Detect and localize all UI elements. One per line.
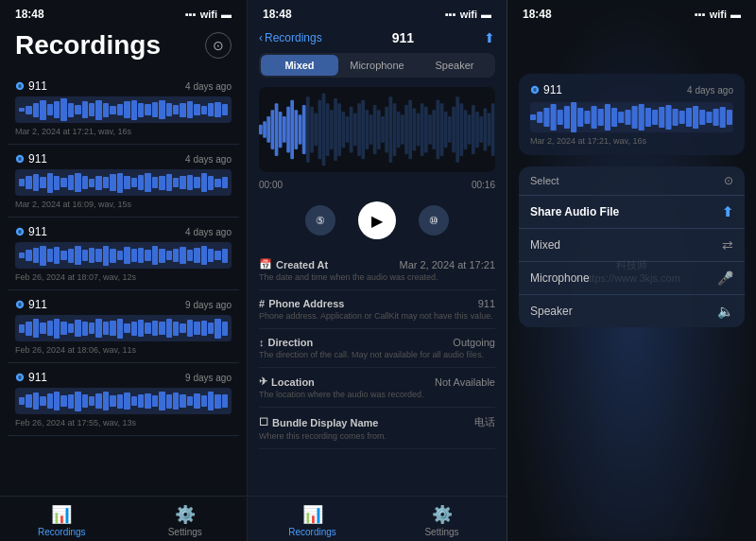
list-item[interactable]: 911 4 days ago Mar 2, 2024 at 16:09, wav…	[8, 145, 239, 218]
svg-rect-59	[491, 103, 495, 156]
svg-rect-46	[440, 103, 444, 156]
wave-bar	[222, 104, 228, 115]
svg-rect-27	[366, 110, 369, 149]
middle-time: 18:48	[263, 8, 292, 21]
wave-bar	[117, 104, 123, 115]
wave-bar	[215, 319, 220, 339]
forward-icon: ⑩	[429, 215, 438, 227]
play-button[interactable]: ▶	[358, 201, 396, 239]
back-button[interactable]: ‹ Recordings	[259, 31, 322, 44]
wave-bar	[19, 397, 25, 405]
context-row-icon: 🔈	[717, 304, 733, 319]
forward-button[interactable]: ⑩	[419, 205, 449, 236]
wave-bar	[166, 174, 172, 191]
wave-bar	[110, 249, 115, 263]
context-share-button[interactable]: Share Audio File ⬆	[519, 196, 745, 229]
wave-bar	[54, 392, 60, 410]
wave-bar	[117, 251, 123, 261]
svg-rect-51	[460, 103, 464, 156]
filter-icon: ⊙	[213, 38, 224, 53]
share-button[interactable]: ⬆	[484, 30, 495, 45]
meta-icon: ☐	[259, 416, 268, 428]
wave-bar	[131, 249, 137, 262]
svg-rect-14	[314, 113, 318, 147]
context-row-microphone[interactable]: Microphone 🎤	[519, 262, 745, 295]
meta-value: 911	[478, 298, 495, 309]
rec-meta: Mar 2, 2024 at 16:09, wav, 15s	[15, 200, 232, 209]
wave-bar	[208, 392, 214, 410]
select-icon: ⊙	[724, 174, 733, 187]
wave-bar	[208, 323, 214, 334]
wave-bar	[152, 102, 158, 118]
wave-bar	[194, 177, 199, 188]
wave-bar	[166, 319, 172, 338]
playback-controls: ⑤ ▶ ⑩	[248, 196, 507, 251]
list-item[interactable]: 911 9 days ago Feb 26, 2024 at 17:55, wa…	[8, 363, 239, 436]
wave-bar	[75, 320, 80, 337]
svg-rect-88	[720, 107, 726, 128]
wave-bar	[33, 393, 39, 410]
wave-bar	[138, 175, 144, 191]
nav-item-settings[interactable]: ⚙️ Settings	[377, 504, 507, 537]
wave-bar	[187, 320, 193, 337]
svg-rect-12	[306, 96, 310, 163]
svg-rect-60	[530, 114, 536, 120]
svg-rect-55	[475, 112, 479, 148]
svg-rect-6	[283, 116, 286, 143]
meta-item: # Phone Address 911 Phone address. Appli…	[259, 290, 495, 329]
segment-btn-microphone[interactable]: Microphone	[338, 55, 416, 76]
wave-bar	[222, 394, 228, 408]
segment-btn-speaker[interactable]: Speaker	[416, 55, 493, 76]
svg-rect-33	[389, 96, 393, 163]
wave-bar	[208, 176, 214, 190]
wave-bar	[138, 394, 144, 408]
context-row-label: Mixed	[530, 238, 560, 252]
wave-bar	[152, 177, 158, 188]
wave-bar	[110, 106, 115, 114]
svg-rect-16	[322, 94, 326, 166]
wave-bar	[215, 179, 220, 187]
svg-rect-9	[295, 110, 299, 149]
svg-rect-78	[652, 110, 658, 125]
svg-rect-76	[639, 104, 644, 131]
svg-rect-52	[464, 110, 468, 149]
meta-icon: ↕	[259, 337, 265, 348]
nav-item-recordings[interactable]: 📊 Recordings	[248, 504, 377, 537]
list-item[interactable]: 911 9 days ago Feb 26, 2024 at 18:06, wa…	[8, 290, 239, 363]
rec-meta: Mar 2, 2024 at 17:21, wav, 16s	[15, 127, 232, 136]
wave-bar	[131, 100, 137, 120]
list-item[interactable]: 911 4 days ago Mar 2, 2024 at 17:21, wav…	[8, 72, 239, 145]
meta-icon: ✈	[259, 375, 267, 388]
svg-rect-42	[424, 107, 428, 153]
svg-rect-36	[401, 114, 404, 144]
rewind-button[interactable]: ⑤	[305, 205, 335, 236]
svg-rect-63	[551, 104, 557, 131]
svg-rect-73	[618, 112, 624, 123]
nav-item-settings[interactable]: ⚙️ Settings	[124, 504, 248, 537]
svg-rect-25	[357, 103, 361, 156]
middle-bottom-nav: 📊 Recordings ⚙️ Settings	[248, 496, 507, 541]
wave-bar	[89, 179, 94, 187]
wifi-icon: wifi	[200, 9, 217, 20]
svg-rect-83	[686, 108, 692, 127]
list-item[interactable]: 911 4 days ago Feb 26, 2024 at 18:07, wa…	[8, 218, 239, 290]
segment-btn-mixed[interactable]: Mixed	[261, 55, 338, 76]
svg-rect-61	[537, 112, 542, 123]
wave-bar	[201, 395, 207, 407]
wave-bar	[19, 179, 25, 186]
svg-rect-72	[611, 108, 617, 127]
context-row-speaker[interactable]: Speaker 🔈	[519, 295, 745, 327]
right-status-bar: 18:48 ▪▪▪ wifi ▬	[507, 0, 756, 25]
wave-bar	[54, 101, 60, 118]
meta-value: Outgoing	[453, 337, 495, 348]
waveform	[15, 242, 232, 269]
wave-bar	[103, 322, 109, 335]
wave-bar	[145, 323, 150, 334]
meta-icon: 📅	[259, 258, 272, 270]
wave-bar	[19, 253, 25, 258]
filter-button[interactable]: ⊙	[205, 32, 232, 59]
wave-bar	[82, 101, 88, 118]
nav-item-recordings[interactable]: 📊 Recordings	[0, 504, 124, 537]
context-row-mixed[interactable]: Mixed ⇄	[519, 229, 745, 262]
right-card-date: 4 days ago	[687, 85, 733, 96]
